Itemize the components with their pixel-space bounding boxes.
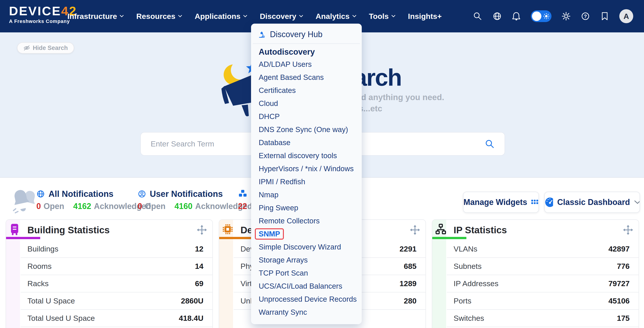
move-widget-handle[interactable] — [197, 225, 207, 235]
bells-illustration — [12, 186, 37, 214]
user-notifications-link[interactable]: User Notifications — [138, 189, 252, 199]
menu-item-dns-zone-sync[interactable]: DNS Zone Sync (One way) — [251, 123, 362, 136]
menu-item-certificates[interactable]: Certificates — [251, 84, 362, 97]
ip-statistics-widget: IP Statistics VLANs42897 Subnets776 IP A… — [432, 219, 639, 328]
open-label: Open — [145, 202, 166, 211]
search-icon[interactable] — [473, 12, 482, 21]
hide-search-button[interactable]: Hide Search — [17, 42, 74, 54]
menu-divider — [253, 43, 360, 44]
eye-off-icon — [23, 45, 30, 51]
menu-item-unprocessed-device-records[interactable]: Unprocessed Device Records — [251, 293, 362, 306]
menu-infrastructure[interactable]: Infrastructure — [67, 12, 124, 21]
widget-accent-strip — [432, 220, 446, 328]
menu-item-ipmi-redfish[interactable]: IPMI / Redfish — [251, 175, 362, 188]
all-notifications-group: All Notifications 0 Open 4162 Acknowledg… — [36, 189, 151, 211]
ack-count: 4162 — [73, 202, 91, 211]
all-notifications-counts[interactable]: 0 Open 4162 Acknowledged — [36, 202, 151, 211]
gauge-icon — [545, 197, 553, 207]
theme-toggle[interactable] — [531, 10, 552, 22]
manage-widgets-button[interactable]: Manage Widgets — [463, 192, 539, 213]
menu-item-database[interactable]: Database — [251, 136, 362, 149]
menu-tools[interactable]: Tools — [369, 12, 396, 21]
table-row[interactable]: IP Addresses79727 — [447, 275, 638, 292]
discovery-dropdown-menu: Discovery Hub Autodiscovery AD/LDAP User… — [251, 24, 362, 324]
search-submit-icon[interactable] — [485, 139, 495, 149]
notifications-bell-icon[interactable] — [512, 12, 521, 21]
table-row[interactable]: Racks69 — [21, 275, 212, 292]
dashboard-selector[interactable]: Classic Dashboard — [544, 192, 640, 213]
help-icon[interactable]: ? — [581, 12, 590, 21]
menu-item-ad-ldap-users[interactable]: AD/LDAP Users — [251, 58, 362, 71]
cpu-chip-icon — [222, 223, 234, 236]
menu-item-storage-arrays[interactable]: Storage Arrays — [251, 254, 362, 267]
open-count: 0 — [138, 202, 142, 211]
menu-insights[interactable]: Insights+ — [408, 12, 442, 21]
dashboard-selector-label: Classic Dashboard — [557, 198, 630, 207]
device42-logo[interactable]: DEVICE42 A Freshworks Company — [9, 5, 77, 24]
chevron-down-icon — [352, 15, 356, 18]
menu-item-ucs-aci-load-balancers[interactable]: UCS/ACI/Load Balancers — [251, 280, 362, 293]
group-label: User Notifications — [150, 189, 223, 199]
menu-item-cloud[interactable]: Cloud — [251, 97, 362, 110]
chevron-down-icon — [120, 15, 124, 18]
chevron-down-icon — [392, 15, 396, 18]
avatar-letter: A — [624, 12, 629, 21]
open-count: 22 — [238, 202, 247, 211]
menu-item-agent-based-scans[interactable]: Agent Based Scans — [251, 71, 362, 84]
menu-item-simple-discovery-wizard[interactable]: Simple Discovery Wizard — [251, 240, 362, 254]
open-label: Open — [44, 202, 64, 211]
widget-accent-strip — [6, 220, 20, 328]
globe-icon[interactable] — [492, 12, 502, 21]
menu-item-dhcp[interactable]: DHCP — [251, 110, 362, 123]
menu-item-external-discovery-tools[interactable]: External discovery tools — [251, 149, 362, 162]
ack-count: 4160 — [174, 202, 192, 211]
table-row[interactable]: Buildings12 — [21, 240, 212, 258]
menu-item-snmp[interactable]: SNMP — [251, 227, 362, 240]
menu-section-autodiscovery: Autodiscovery — [251, 46, 362, 58]
user-avatar[interactable]: A — [619, 9, 633, 23]
logo-text: DEVICE42 — [9, 5, 77, 18]
widget-title: IP Statistics — [454, 225, 507, 236]
snmp-highlight-box: SNMP — [255, 228, 284, 240]
chevron-down-icon — [299, 15, 303, 18]
globe-icon — [36, 190, 45, 198]
svg-text:?: ? — [584, 14, 587, 19]
move-widget-handle[interactable] — [410, 225, 420, 235]
menu-applications[interactable]: Applications — [195, 12, 247, 21]
menu-analytics[interactable]: Analytics — [316, 12, 356, 21]
table-row[interactable]: Ports45106 — [447, 292, 638, 310]
bookmark-icon[interactable] — [600, 12, 610, 21]
settings-gear-icon[interactable] — [561, 12, 571, 21]
sun-icon — [543, 13, 550, 20]
menu-item-nmap[interactable]: Nmap — [251, 188, 362, 201]
move-widget-handle[interactable] — [623, 225, 633, 235]
all-notifications-link[interactable]: All Notifications — [36, 189, 151, 199]
menu-item-hypervisors-nix-windows[interactable]: HyperVisors / *nix / Windows — [251, 162, 362, 175]
menu-item-ping-sweep[interactable]: Ping Sweep — [251, 201, 362, 214]
table-row[interactable]: Switches175 — [447, 310, 638, 327]
device42-dashboard: DEVICE42 A Freshworks Company Infrastruc… — [0, 0, 644, 328]
user-notifications-counts[interactable]: 0 Open 4160 Acknowledged — [138, 202, 252, 211]
table-row[interactable] — [447, 327, 638, 328]
table-row[interactable]: Total U Space2860U — [21, 292, 212, 310]
hide-search-label: Hide Search — [33, 45, 68, 52]
table-row[interactable]: Total Used U Space418.4U — [21, 310, 212, 327]
table-row[interactable]: Rooms14 — [21, 258, 212, 275]
menu-item-tcp-port-scan[interactable]: TCP Port Scan — [251, 267, 362, 280]
widget-accent-bar — [219, 237, 253, 239]
open-count: 0 — [36, 202, 41, 211]
widget-accent-bar — [6, 237, 40, 239]
table-row[interactable] — [21, 327, 212, 328]
manage-widgets-label: Manage Widgets — [464, 198, 527, 207]
menu-discovery[interactable]: Discovery — [260, 12, 303, 21]
menu-item-warranty-sync[interactable]: Warranty Sync — [251, 306, 362, 319]
group-label: All Notifications — [48, 189, 114, 199]
table-row[interactable]: Subnets776 — [447, 258, 638, 275]
table-row[interactable]: VLANs42897 — [447, 240, 638, 258]
cubes-icon — [238, 190, 248, 198]
user-icon — [138, 190, 146, 198]
widget-accent-strip — [219, 220, 233, 328]
menu-item-discovery-hub[interactable]: Discovery Hub — [251, 28, 362, 41]
menu-item-remote-collectors[interactable]: Remote Collectors — [251, 214, 362, 227]
menu-resources[interactable]: Resources — [136, 12, 182, 21]
